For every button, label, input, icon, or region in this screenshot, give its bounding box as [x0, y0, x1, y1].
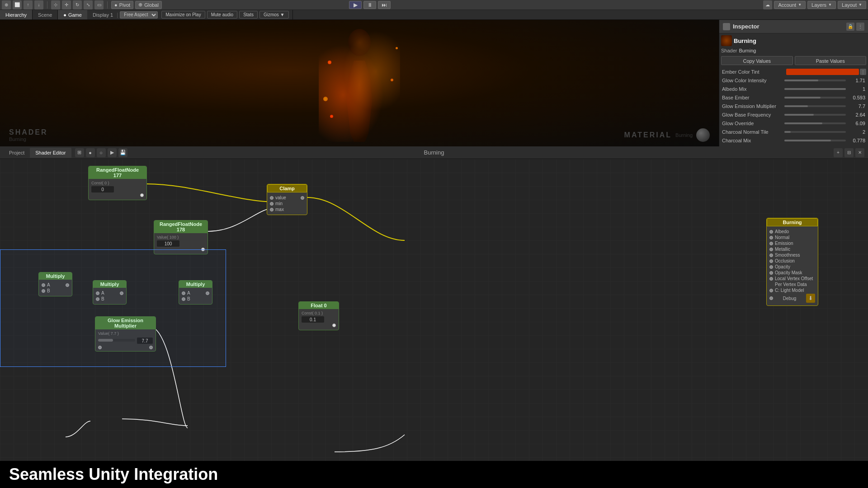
separator1 [47, 1, 47, 9]
tab-project[interactable]: Project [4, 148, 30, 158]
base-ember-slider[interactable] [784, 97, 846, 99]
multiply1-out-dot[interactable] [66, 283, 69, 287]
glow-color-intensity-slider[interactable] [784, 80, 846, 81]
play-button[interactable]: ▶ [349, 1, 362, 9]
glow-color-intensity-value: 1.71 [846, 78, 866, 83]
tab-shader-editor[interactable]: Shader Editor [30, 148, 71, 158]
multiply-node-3[interactable]: Multiply A B [179, 280, 212, 305]
burning-opacity-mask-dot[interactable] [769, 271, 773, 275]
clamp-node[interactable]: Clamp value min [267, 184, 307, 215]
inspector-lock-icon[interactable]: 🔒 [846, 23, 854, 31]
ranged-float-node-177[interactable]: RangedFloatNode 177 Const( 0 ) [88, 166, 147, 200]
burning-debug-dot[interactable] [769, 296, 773, 300]
multiply2-a-dot[interactable] [96, 291, 99, 295]
tab-game[interactable]: ● Game [58, 10, 87, 19]
multiply1-header: Multiply [39, 272, 72, 280]
float-output-dot[interactable] [332, 324, 336, 327]
burning-per-vertex-dot[interactable] [769, 283, 773, 286]
burning-opacity-dot[interactable] [769, 265, 773, 269]
multiply3-out-dot[interactable] [206, 291, 209, 295]
layout-button[interactable]: Layout ▼ [838, 1, 866, 9]
clamp-value-dot[interactable] [270, 196, 274, 200]
save-scene-icon[interactable]: ↓ [34, 0, 43, 9]
copy-values-button[interactable]: Copy Values [721, 56, 793, 65]
new-scene-icon[interactable]: ⬜ [13, 0, 22, 9]
burning-metallic-dot[interactable] [769, 248, 773, 251]
ranged1-value-input[interactable] [91, 186, 114, 192]
se-plus-icon[interactable]: + [834, 148, 843, 157]
tab-hierarchy[interactable]: Hierarchy [0, 10, 32, 19]
glow-override-slider[interactable] [784, 122, 846, 124]
multiply-node-1[interactable]: Multiply A B [38, 272, 72, 296]
step-button[interactable]: ⏭ [378, 1, 391, 9]
se-dot-icon[interactable]: ● [86, 148, 95, 157]
glow-emission-multiplier-node[interactable]: Glow Emission Multiplier Value( 7.7 ) [95, 316, 156, 352]
glow-em-value-input[interactable] [137, 338, 153, 344]
burning-local-vertex-dot[interactable] [769, 277, 773, 281]
clamp-min-dot[interactable] [270, 202, 274, 206]
glow-em-slider[interactable] [98, 339, 135, 342]
se-tri-icon[interactable]: ▶ [108, 148, 117, 157]
se-save-icon[interactable]: 💾 [118, 148, 127, 157]
se-collapse-icon[interactable]: ✕ [855, 148, 864, 157]
cloud-icon[interactable]: ☁ [763, 0, 772, 9]
open-scene-icon[interactable]: ↑ [24, 0, 33, 9]
move-icon[interactable]: ✛ [62, 0, 71, 9]
burning-smoothness-dot[interactable] [769, 253, 773, 257]
ranged-float-node-178[interactable]: RangedFloatNode 178 Value( 100 ) [154, 220, 208, 254]
multiply2-out-dot[interactable] [120, 291, 123, 295]
burning-download-icon[interactable]: ⬇ [806, 294, 815, 303]
pivot-button[interactable]: ● Pivot [111, 1, 133, 9]
maximize-on-play-button[interactable]: Maximize on Play [161, 11, 205, 19]
aspect-dropdown[interactable]: Free Aspect [120, 11, 158, 19]
scale-icon[interactable]: ⤡ [84, 0, 93, 9]
global-button[interactable]: ⊕ Global [135, 1, 162, 9]
tab-scene[interactable]: Scene [33, 10, 57, 19]
ember-color-eyedropper-icon[interactable]: ⋮ [860, 69, 866, 75]
ranged2-output-dot[interactable] [201, 248, 205, 251]
select-icon[interactable]: ⊹ [51, 0, 60, 9]
unity-logo-icon[interactable]: ⊕ [2, 0, 11, 9]
burning-node[interactable]: Burning Albedo Normal Emission Metallic … [766, 218, 818, 306]
mute-audio-button[interactable]: Mute audio [207, 11, 237, 19]
multiply3-a-dot[interactable] [182, 291, 185, 295]
pause-button[interactable]: ⏸ [363, 1, 376, 9]
glow-em-out-dot[interactable] [149, 346, 153, 349]
burning-light-model-dot[interactable] [769, 289, 773, 292]
se-grid-view-icon[interactable]: ⊟ [844, 148, 854, 157]
inspector-more-icon[interactable]: ⋮ [856, 23, 864, 31]
burning-normal-dot[interactable] [769, 236, 773, 239]
burning-albedo-dot[interactable] [769, 230, 773, 234]
paste-values-button[interactable]: Paste Values [795, 56, 867, 65]
glow-emission-multiplier-slider[interactable] [784, 105, 846, 107]
rotate-icon[interactable]: ↻ [73, 0, 82, 9]
account-button[interactable]: Account ▼ [774, 1, 806, 9]
charcoal-normal-tile-slider[interactable] [784, 131, 846, 133]
charcoal-mix-slider[interactable] [784, 140, 846, 141]
ranged2-header: RangedFloatNode 178 [154, 221, 208, 233]
burning-occlusion-dot[interactable] [769, 259, 773, 263]
ember-color-swatch[interactable] [786, 69, 859, 75]
glow-base-frequency-slider[interactable] [784, 114, 846, 116]
multiply2-b-dot[interactable] [96, 297, 99, 301]
clamp-output-dot[interactable] [301, 196, 304, 200]
float-node[interactable]: Float 0 Const( 0.1 ) [298, 301, 339, 330]
layers-button[interactable]: Layers ▼ [807, 1, 836, 9]
se-circle-icon[interactable]: ○ [97, 148, 106, 157]
albedo-mix-slider[interactable] [784, 88, 846, 90]
multiply-node-2[interactable]: Multiply A B [93, 280, 127, 305]
multiply3-b-dot[interactable] [182, 297, 185, 301]
se-grid-icon[interactable]: ⊞ [75, 148, 84, 157]
burning-emission-dot[interactable] [769, 242, 773, 245]
clamp-max-dot[interactable] [270, 208, 274, 211]
glow-em-in-dot[interactable] [98, 346, 102, 349]
ranged2-value-input[interactable] [157, 240, 179, 247]
stats-button[interactable]: Stats [239, 11, 258, 19]
float-value-input[interactable] [302, 316, 324, 323]
gizmos-button[interactable]: Gizmos ▼ [259, 11, 289, 19]
rect-icon[interactable]: ▭ [94, 0, 104, 9]
multiply1-b-dot[interactable] [42, 289, 45, 293]
ranged1-output-dot[interactable] [140, 193, 144, 197]
multiply1-a-dot[interactable] [42, 283, 45, 287]
shader-canvas[interactable]: RangedFloatNode 177 Const( 0 ) Rang [0, 159, 868, 488]
